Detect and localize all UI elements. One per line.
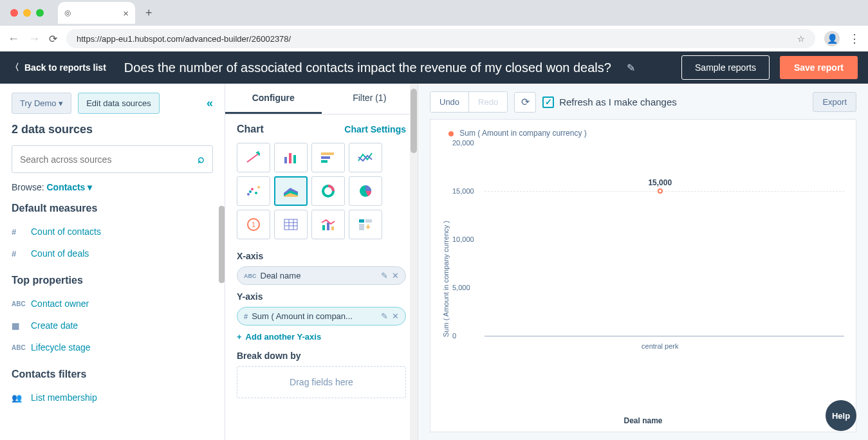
scrollbar-thumb[interactable] [411,89,417,153]
svg-rect-5 [293,155,296,163]
tab-filter[interactable]: Filter (1) [322,84,418,114]
preview-panel: Undo Redo ⟳ ✓ Refresh as I make changes … [418,84,868,440]
calendar-icon: ▦ [12,321,24,331]
chart-type-bar-horizontal[interactable] [311,143,345,172]
gridline [485,191,844,192]
add-yaxis-link[interactable]: + Add another Y-axis [237,332,406,342]
back-to-reports-link[interactable]: 〈 Back to reports list [10,62,106,73]
svg-rect-21 [284,219,297,230]
chart-legend: Sum ( Amount in company currency ) [448,129,844,138]
svg-rect-31 [359,224,364,230]
configure-panel: Configure Filter (1) Chart Chart Setting… [225,84,418,440]
close-window-icon[interactable] [10,9,18,17]
edit-pill-icon[interactable]: ✎ [381,271,388,280]
save-report-button[interactable]: Save report [780,56,858,79]
auto-refresh-toggle[interactable]: ✓ Refresh as I make changes [542,96,677,108]
svg-line-0 [247,153,259,162]
prop-list-membership[interactable]: 👥 List membership [12,387,213,408]
svg-point-11 [255,192,257,194]
chart-heading: Chart [237,124,264,135]
minimize-window-icon[interactable] [23,9,31,17]
chart-type-donut[interactable] [311,176,345,206]
caret-down-icon: ▾ [88,182,92,192]
people-icon: 👥 [12,393,24,403]
breakdown-dropzone[interactable]: Drag fields here [237,366,406,398]
ytick: 20,000 [452,139,474,147]
tab-favicon-icon: ◎ [64,8,71,17]
sample-reports-button[interactable]: Sample reports [681,55,770,80]
data-point[interactable] [658,188,663,194]
browse-dropdown[interactable]: Contacts ▾ [46,182,92,192]
maximize-window-icon[interactable] [36,9,44,17]
section-top-properties: Top properties [12,275,213,286]
chart-settings-link[interactable]: Chart Settings [344,124,406,134]
search-input-field[interactable] [20,154,198,165]
plot-area: 20,000 15,000 10,000 5,000 0 15,000 cent… [452,143,844,415]
back-icon[interactable]: ← [8,32,19,46]
remove-pill-icon[interactable]: ✕ [392,311,399,321]
chart-type-line[interactable] [349,143,382,172]
browser-tab[interactable]: ◎ × [58,2,135,24]
remove-pill-icon[interactable]: ✕ [392,271,399,280]
refresh-button[interactable]: ⟳ [514,92,536,113]
new-tab-icon[interactable]: + [145,6,152,20]
url-text: https://app-eu1.hubspot.com/advanced-bui… [77,34,291,44]
chart-type-area[interactable] [274,176,308,206]
ytick: 5,000 [452,284,470,291]
prop-create-date[interactable]: ▦ Create date [12,315,213,336]
prop-count-contacts[interactable]: # Count of contacts [12,221,213,243]
chart-type-bar-vertical[interactable] [274,143,308,172]
chart-type-grid: 1 [237,143,406,239]
edit-data-sources-button[interactable]: Edit data sources [78,93,159,114]
checkbox-checked-icon[interactable]: ✓ [542,96,554,108]
edit-pill-icon[interactable]: ✎ [381,311,388,321]
help-button[interactable]: Help [826,400,856,431]
undo-button[interactable]: Undo [430,92,469,112]
chart-type-auto[interactable] [237,143,270,172]
svg-rect-30 [365,219,372,223]
chart-type-pie[interactable] [349,176,382,206]
svg-point-10 [251,188,254,190]
scrollbar-thumb[interactable] [219,206,225,283]
legend-label: Sum ( Amount in company currency ) [459,129,586,138]
tab-configure[interactable]: Configure [225,84,322,114]
yaxis-label: Y-axis [237,291,406,302]
chart-type-scatter[interactable] [237,176,270,206]
browse-label: Browse: [12,182,44,192]
collapse-panel-icon[interactable]: « [207,96,213,110]
auto-refresh-label: Refresh as I make changes [559,96,677,107]
close-tab-icon[interactable]: × [123,8,129,19]
profile-avatar-icon[interactable]: 👤 [824,31,840,46]
caret-down-icon: ▾ [59,98,63,108]
yaxis-field-pill[interactable]: # Sum ( Amount in compan... ✎ ✕ [237,307,406,325]
text-type-icon: ABC [244,273,257,279]
svg-point-9 [247,193,250,196]
browser-menu-icon[interactable]: ⋮ [849,32,860,46]
app-header: 〈 Back to reports list Does the number o… [0,51,868,84]
text-type-icon: ABC [12,300,24,307]
try-demo-button[interactable]: Try Demo ▾ [12,93,71,114]
hash-icon: # [244,313,248,320]
xtick: central perk [642,342,678,350]
address-bar[interactable]: https://app-eu1.hubspot.com/advanced-bui… [66,29,815,48]
edit-title-icon[interactable]: ✎ [627,62,635,74]
xaxis-line [485,336,844,336]
prop-contact-owner[interactable]: ABC Contact owner [12,293,213,315]
forward-icon[interactable]: → [28,32,40,46]
bookmark-icon[interactable]: ☆ [797,34,805,44]
prop-lifecycle-stage[interactable]: ABC Lifecycle stage [12,336,213,358]
export-button[interactable]: Export [813,92,856,112]
chart-type-combo[interactable] [311,210,345,239]
reload-icon[interactable]: ⟳ [49,33,57,45]
search-sources-input[interactable]: ⌕ [12,145,213,173]
chart-type-kpi[interactable]: 1 [237,210,270,239]
chart-type-pivot[interactable] [349,210,382,239]
chevron-left-icon: 〈 [10,62,19,73]
xaxis-field-pill[interactable]: ABC Deal name ✎ ✕ [237,266,406,285]
refresh-icon: ⟳ [521,96,530,108]
redo-button[interactable]: Redo [469,92,507,112]
svg-rect-29 [359,219,364,223]
chart-type-table[interactable] [274,210,308,239]
ytick: 15,000 [452,187,474,195]
prop-count-deals[interactable]: # Count of deals [12,243,213,264]
